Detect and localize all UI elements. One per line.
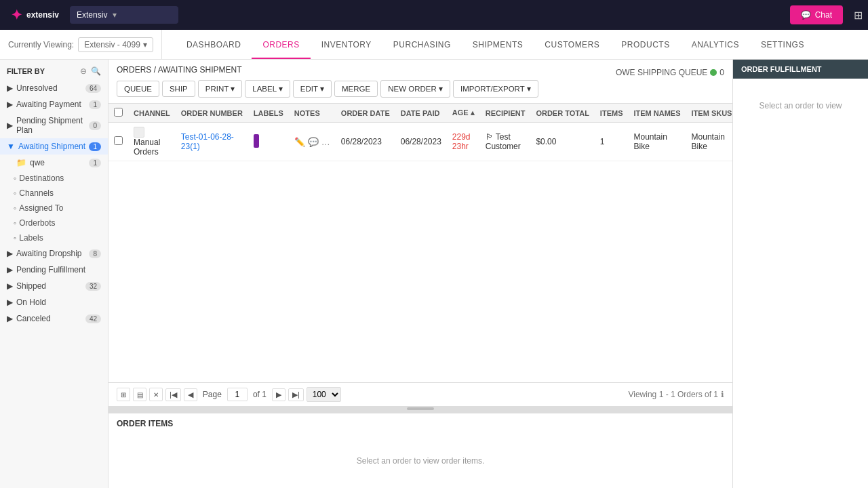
sidebar-badge: 0	[89, 121, 101, 130]
collapse-handle[interactable]	[108, 406, 732, 411]
queue-button[interactable]: QUEUE	[117, 81, 159, 97]
per-page-select[interactable]: 100 50 25	[307, 387, 341, 402]
sidebar: FILTER BY ⊖ 🔍 ▶Unresolved 64 ▶Awaiting P…	[0, 60, 108, 488]
shipping-queue-label: OWE SHIPPING QUEUE	[616, 68, 707, 77]
sidebar-badge: 8	[89, 249, 101, 258]
col-age: AGE ▴	[447, 104, 480, 123]
col-order-date: ORDER DATE	[336, 104, 395, 123]
table-row[interactable]: Manual Orders Test-01-06-28-23(1) ✏️ 💬	[108, 123, 732, 161]
viewing-info: Viewing 1 - 1 Orders of 1	[628, 390, 718, 399]
sidebar-sub-orderbots[interactable]: ◦ Orderbots	[0, 216, 108, 230]
last-page-button[interactable]: ▶|	[288, 388, 304, 401]
import-export-button[interactable]: IMPORT/EXPORT ▾	[453, 80, 538, 98]
sidebar-badge: 64	[85, 84, 101, 93]
layout-icon-1[interactable]: ⊞	[117, 388, 130, 401]
ship-button[interactable]: SHIP	[162, 81, 195, 97]
grid-icon[interactable]: ⊞	[854, 9, 863, 22]
sidebar-label: Awaiting Payment	[16, 100, 81, 109]
sidebar-item-shipped[interactable]: ▶Shipped 32	[0, 278, 108, 294]
next-page-button[interactable]: ▶	[272, 388, 285, 401]
edit-icon[interactable]: ✏️	[294, 137, 305, 147]
nav-inventory[interactable]: INVENTORY	[311, 30, 382, 59]
workspace-badge-text: Extensiv - 4099	[84, 40, 140, 49]
sidebar-sub-label: Labels	[19, 233, 43, 243]
expand-icon: ▼	[7, 142, 15, 151]
col-labels: LABELS	[248, 104, 289, 123]
currently-viewing: Currently Viewing: Extensiv - 4099 ▾	[0, 30, 162, 59]
shipping-queue[interactable]: OWE SHIPPING QUEUE 0	[616, 68, 724, 77]
content-area: ORDERS / AWAITING SHIPMENT OWE SHIPPING …	[108, 60, 732, 488]
page-input[interactable]	[227, 388, 248, 401]
nav-dashboard[interactable]: DASHBOARD	[176, 30, 252, 59]
expand-icon: ▶	[7, 83, 13, 93]
workspace-badge[interactable]: Extensiv - 4099 ▾	[78, 37, 153, 52]
nav-orders[interactable]: ORDERS	[252, 30, 310, 59]
comment-icon[interactable]: 💬	[308, 137, 319, 147]
sidebar-item-awaiting-payment[interactable]: ▶Awaiting Payment 1	[0, 96, 108, 113]
order-number-link[interactable]: Test-01-06-28-23(1)	[181, 132, 234, 151]
nav-shipments[interactable]: SHIPMENTS	[462, 30, 534, 59]
col-recipient: RECIPIENT	[480, 104, 531, 123]
sidebar-sub-destinations[interactable]: ◦ Destinations	[0, 171, 108, 186]
first-page-button[interactable]: |◀	[165, 388, 181, 401]
print-button[interactable]: PRINT ▾	[198, 80, 243, 98]
chat-button[interactable]: 💬 Chat	[790, 5, 843, 24]
workspace-selector[interactable]: Extensiv ▾	[70, 6, 178, 24]
filter-by-label: FILTER BY	[7, 67, 45, 75]
sidebar-item-pending-fulfillment[interactable]: ▶Pending Fulfillment	[0, 262, 108, 278]
sidebar-item-canceled[interactable]: ▶Canceled 42	[0, 310, 108, 327]
select-all-checkbox[interactable]	[114, 108, 123, 117]
col-items: ITEMS	[595, 104, 629, 123]
sidebar-badge: 1	[89, 159, 101, 167]
cell-notes: ✏️ 💬 …	[289, 123, 336, 161]
person-icon: ◦	[14, 203, 16, 213]
merge-button[interactable]: MERGE	[334, 81, 378, 97]
orders-table: CHANNEL ORDER NUMBER LABELS NOTES ORDER …	[108, 104, 732, 161]
cell-item-skus: Mountain Bike	[686, 123, 732, 161]
sidebar-sub-label: Destinations	[19, 174, 64, 183]
new-order-button[interactable]: NEW ORDER ▾	[380, 80, 450, 98]
edit-button[interactable]: EDIT ▾	[293, 80, 332, 98]
clear-icon[interactable]: ✕	[149, 388, 163, 401]
sidebar-item-unresolved[interactable]: ▶Unresolved 64	[0, 80, 108, 96]
nav-settings[interactable]: SETTINGS	[750, 30, 815, 59]
queue-count: 0	[719, 68, 724, 77]
layout-icon-2[interactable]: ▤	[133, 388, 146, 401]
prev-page-button[interactable]: ◀	[184, 388, 197, 401]
order-items-empty-text: Select an order to view order items.	[357, 456, 485, 466]
nav-analytics[interactable]: ANALYTICS	[681, 30, 750, 59]
row-checkbox[interactable]	[114, 136, 123, 145]
chat-icon: 💬	[801, 10, 811, 20]
fulfillment-body: Select an order to view	[733, 79, 868, 133]
cell-order-number: Test-01-06-28-23(1)	[176, 123, 248, 161]
sidebar-badge: 1	[89, 100, 101, 109]
sidebar-search-icon[interactable]: 🔍	[91, 66, 101, 76]
info-icon[interactable]: ℹ	[721, 390, 724, 399]
secondary-nav: Currently Viewing: Extensiv - 4099 ▾ DAS…	[0, 30, 868, 60]
nav-purchasing[interactable]: PURCHASING	[382, 30, 462, 59]
more-icon[interactable]: …	[321, 137, 330, 147]
breadcrumb: ORDERS / AWAITING SHIPMENT	[117, 65, 241, 75]
sidebar-item-awaiting-dropship[interactable]: ▶Awaiting Dropship 8	[0, 245, 108, 262]
chat-label: Chat	[815, 10, 832, 20]
sidebar-item-pending-shipment-plan[interactable]: ▶Pending Shipment Plan 0	[0, 113, 108, 138]
sidebar-sub-label: Channels	[19, 188, 54, 198]
sidebar-label: Awaiting Shipment	[18, 142, 85, 151]
sidebar-sub-assigned-to[interactable]: ◦ Assigned To	[0, 201, 108, 216]
logo-text: extensiv	[26, 10, 59, 20]
queue-status-dot	[710, 69, 717, 76]
cell-items: 1	[595, 123, 629, 161]
nav-customers[interactable]: CUSTOMERS	[534, 30, 610, 59]
sidebar-sub-labels[interactable]: ◦ Labels	[0, 230, 108, 245]
sidebar-item-qwe[interactable]: 📁qwe 1	[0, 155, 108, 171]
nav-products[interactable]: PRODUCTS	[610, 30, 680, 59]
main-layout: FILTER BY ⊖ 🔍 ▶Unresolved 64 ▶Awaiting P…	[0, 60, 868, 488]
sidebar-badge: 1	[89, 142, 101, 151]
sidebar-filter-icon[interactable]: ⊖	[80, 66, 87, 76]
sidebar-sub-channels[interactable]: ◦ Channels	[0, 186, 108, 201]
label-button[interactable]: LABEL ▾	[245, 80, 290, 98]
fulfillment-empty-text: Select an order to view	[759, 101, 842, 110]
sidebar-label: Pending Shipment Plan	[16, 116, 89, 135]
sidebar-item-on-hold[interactable]: ▶On Hold	[0, 294, 108, 310]
sidebar-item-awaiting-shipment[interactable]: ▼Awaiting Shipment 1	[0, 138, 108, 155]
